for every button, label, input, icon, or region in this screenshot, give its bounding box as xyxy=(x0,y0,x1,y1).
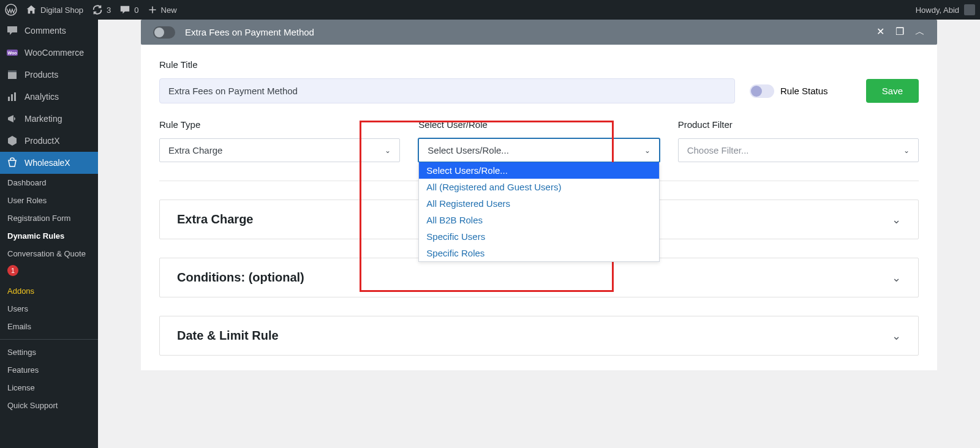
submenu-conversation-quote[interactable]: Conversation & Quote xyxy=(0,245,98,263)
sidebar-item-products[interactable]: Products xyxy=(0,64,98,86)
dropdown-option[interactable]: Select Users/Role... xyxy=(419,162,658,179)
woo-icon: Woo xyxy=(6,47,18,59)
close-icon[interactable]: ✕ xyxy=(876,26,884,39)
adminbar: Digital Shop 3 0 New Howdy, Abid xyxy=(0,0,980,20)
chevron-down-icon: ⌄ xyxy=(892,271,901,285)
avatar xyxy=(964,4,975,15)
sidebar-item-woocommerce[interactable]: Woo WooCommerce xyxy=(0,42,98,64)
svg-rect-7 xyxy=(14,92,16,101)
product-filter-value: Choose Filter... xyxy=(687,145,749,155)
product-filter-col: Product Filter Choose Filter... ⌄ xyxy=(678,119,919,162)
sidebar-item-label: ProductX xyxy=(24,136,60,146)
select-user-select[interactable]: Select Users/Role... ⌄ xyxy=(418,138,659,162)
sidebar-item-label: WooCommerce xyxy=(24,48,84,58)
rule-type-label: Rule Type xyxy=(159,119,400,130)
submenu-settings[interactable]: Settings xyxy=(0,343,98,361)
rule-type-value: Extra Charge xyxy=(168,145,222,155)
select-user-col: Select User/Role Select Users/Role... ⌄ … xyxy=(418,119,659,162)
chevron-down-icon: ⌄ xyxy=(903,146,910,155)
sidebar-item-analytics[interactable]: Analytics xyxy=(0,86,98,108)
rule-title-input[interactable]: Extra Fees on Payment Method xyxy=(159,78,735,103)
site-name: Digital Shop xyxy=(40,6,83,15)
svg-text:Woo: Woo xyxy=(7,51,17,55)
dropdown-option[interactable]: All Registered Users xyxy=(419,195,658,212)
submenu-registration-form[interactable]: Registration Form xyxy=(0,209,98,227)
comments-link[interactable]: 0 xyxy=(119,4,138,15)
rule-status-toggle[interactable] xyxy=(750,84,774,98)
dropdown-option[interactable]: Specific Roles xyxy=(419,245,658,261)
products-icon xyxy=(6,69,18,81)
productx-icon xyxy=(6,135,18,147)
select-user-value: Select Users/Role... xyxy=(428,145,509,155)
chevron-up-icon[interactable]: ︿ xyxy=(915,26,925,39)
sidebar-item-wholesalex[interactable]: WholesaleX xyxy=(0,152,98,174)
save-button[interactable]: Save xyxy=(866,79,919,103)
submenu: Dashboard User Roles Registration Form D… xyxy=(0,174,98,414)
wholesalex-icon xyxy=(6,157,18,169)
new-link[interactable]: New xyxy=(148,5,177,15)
sidebar-item-label: WholesaleX xyxy=(24,158,70,168)
chevron-down-icon: ⌄ xyxy=(385,146,391,155)
rule-type-col: Rule Type Extra Charge ⌄ xyxy=(159,119,400,162)
header-title: Extra Fees on Payment Method xyxy=(185,27,876,37)
header-toggle[interactable] xyxy=(153,26,175,39)
chevron-down-icon: ⌄ xyxy=(644,146,650,155)
product-filter-label: Product Filter xyxy=(678,119,919,130)
dropdown-option[interactable]: All B2B Roles xyxy=(419,212,658,228)
dropdown-option[interactable]: All (Registered and Guest Users) xyxy=(419,179,658,195)
accordion-title: Extra Charge xyxy=(177,212,254,226)
svg-rect-6 xyxy=(11,94,13,101)
select-user-label: Select User/Role xyxy=(418,119,659,130)
submenu-dynamic-rules[interactable]: Dynamic Rules xyxy=(0,227,98,245)
submenu-users[interactable]: Users xyxy=(0,300,98,318)
accordion-date-limit[interactable]: Date & Limit Rule ⌄ xyxy=(159,316,919,356)
sidebar-item-label: Marketing xyxy=(24,114,62,124)
sidebar-item-label: Comments xyxy=(24,26,66,35)
sidebar-item-comments[interactable]: Comments xyxy=(0,20,98,42)
copy-icon[interactable]: ❐ xyxy=(895,26,904,39)
submenu-features[interactable]: Features xyxy=(0,361,98,379)
rule-status-label: Rule Status xyxy=(780,86,828,96)
site-link[interactable]: Digital Shop xyxy=(26,4,83,15)
sidebar-item-label: Analytics xyxy=(24,92,59,102)
comments-count: 0 xyxy=(134,6,138,15)
howdy-text: Howdy, Abid xyxy=(916,6,959,15)
sidebar-item-marketing[interactable]: Marketing xyxy=(0,108,98,130)
submenu-dashboard[interactable]: Dashboard xyxy=(0,174,98,192)
svg-rect-5 xyxy=(8,97,10,101)
submenu-emails[interactable]: Emails xyxy=(0,318,98,335)
user-role-dropdown: Select Users/Role... All (Registered and… xyxy=(418,162,659,262)
accordion-title: Date & Limit Rule xyxy=(177,329,279,343)
rule-title-label: Rule Title xyxy=(159,59,919,70)
product-filter-select[interactable]: Choose Filter... ⌄ xyxy=(678,138,919,162)
rule-panel: Rule Title Extra Fees on Payment Method … xyxy=(141,45,937,370)
submenu-license[interactable]: License xyxy=(0,379,98,397)
main-content: Extra Fees on Payment Method ✕ ❐ ︿ Rule … xyxy=(98,20,980,448)
submenu-user-roles[interactable]: User Roles xyxy=(0,192,98,209)
rule-header: Extra Fees on Payment Method ✕ ❐ ︿ xyxy=(141,20,937,45)
chevron-down-icon: ⌄ xyxy=(892,329,901,343)
dropdown-option[interactable]: Specific Users xyxy=(419,228,658,245)
accordion-conditions[interactable]: Conditions: (optional) ⌄ xyxy=(159,258,919,297)
submenu-addons[interactable]: Addons xyxy=(0,282,98,300)
accordion-title: Conditions: (optional) xyxy=(177,271,304,285)
rule-type-select[interactable]: Extra Charge ⌄ xyxy=(159,138,400,162)
sidebar-item-label: Products xyxy=(24,70,58,80)
updates-link[interactable]: 3 xyxy=(92,4,111,15)
chevron-down-icon: ⌄ xyxy=(892,213,901,226)
sidebar-item-productx[interactable]: ProductX xyxy=(0,130,98,152)
new-label: New xyxy=(161,6,177,15)
account-link[interactable]: Howdy, Abid xyxy=(916,4,975,15)
updates-count: 3 xyxy=(107,6,111,15)
comment-icon xyxy=(6,24,18,37)
wp-logo[interactable] xyxy=(5,4,17,16)
sidebar: Comments Woo WooCommerce Products Analyt… xyxy=(0,20,98,448)
svg-rect-4 xyxy=(8,70,17,72)
submenu-quick-support[interactable]: Quick Support xyxy=(0,397,98,414)
marketing-icon xyxy=(6,113,18,125)
analytics-icon xyxy=(6,91,18,103)
svg-rect-3 xyxy=(8,72,17,79)
notification-badge: 1 xyxy=(7,265,18,276)
